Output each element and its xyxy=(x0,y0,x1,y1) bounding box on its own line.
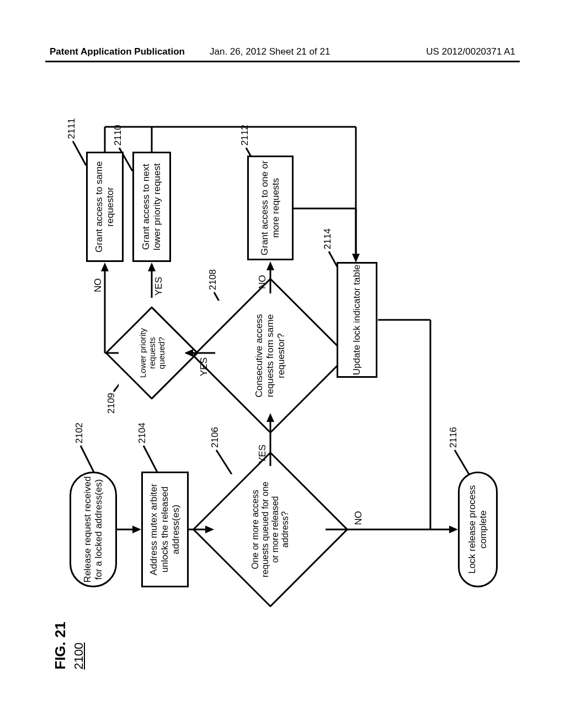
ref-2110: 2110 xyxy=(113,125,124,146)
ref-2108: 2108 xyxy=(207,269,218,290)
path-2109-no: NO xyxy=(93,279,104,293)
ref-2109: 2109 xyxy=(106,393,117,414)
header-left: Patent Application Publication xyxy=(50,46,185,57)
ref-2102: 2102 xyxy=(74,422,85,443)
svg-marker-13 xyxy=(101,263,109,271)
header-rule xyxy=(45,61,520,62)
svg-line-27 xyxy=(81,446,94,472)
ref-2116: 2116 xyxy=(448,427,459,448)
node-2112-text: Grant access to one or more requests xyxy=(259,157,281,259)
node-2110-text: Grant access to next lower priority requ… xyxy=(141,153,163,260)
svg-marker-11 xyxy=(148,263,156,271)
node-2108: Consecutive access requests from same re… xyxy=(215,301,326,411)
node-2109: Lower priority requests queued? xyxy=(119,320,185,386)
node-2108-text: Consecutive access requests from same re… xyxy=(254,301,287,411)
node-2102: Release request received for a locked ad… xyxy=(70,472,117,587)
path-2106-yes: YES xyxy=(257,445,268,463)
svg-line-29 xyxy=(216,450,232,474)
header-right: US 2012/0020371 A1 xyxy=(426,46,515,57)
ref-2106: 2106 xyxy=(210,427,221,448)
node-2111: Grant access to same requestor xyxy=(86,152,124,262)
node-2114: Update lock indicator table xyxy=(337,262,377,378)
svg-line-28 xyxy=(143,446,157,472)
node-2110: Grant access to next lower priority requ… xyxy=(132,152,171,262)
node-2116: Lock release process complete xyxy=(458,472,498,587)
node-2104-text: Address mutex arbiter unlocks the releas… xyxy=(148,473,182,586)
node-2109-text: Lower priority requests queued? xyxy=(138,320,166,386)
ref-2114: 2114 xyxy=(322,228,333,249)
node-2106: One or more access requests queued for o… xyxy=(215,474,326,585)
node-2104: Address mutex arbiter unlocks the releas… xyxy=(141,472,189,587)
node-2112: Grant access to one or more requests xyxy=(247,156,294,260)
svg-marker-26 xyxy=(449,526,458,533)
svg-marker-1 xyxy=(132,526,141,533)
path-2106-no: NO xyxy=(353,511,364,526)
path-2108-yes: YES xyxy=(199,357,210,376)
svg-line-36 xyxy=(455,450,469,474)
path-2109-yes: YES xyxy=(153,277,164,296)
node-2106-text: One or more access requests queued for o… xyxy=(250,474,290,585)
node-2102-text: Release request received for a locked ad… xyxy=(82,473,104,586)
path-2108-no: NO xyxy=(257,275,268,290)
svg-line-33 xyxy=(73,141,86,165)
ref-2104: 2104 xyxy=(137,422,148,443)
node-2111-text: Grant access to same requestor xyxy=(94,153,116,260)
node-2114-text: Update lock indicator table xyxy=(351,265,363,375)
svg-marker-9 xyxy=(266,261,274,270)
header-center: Jan. 26, 2012 Sheet 21 of 21 xyxy=(210,46,330,57)
ref-2112: 2112 xyxy=(239,125,250,146)
ref-2111: 2111 xyxy=(66,118,77,139)
node-2116-text: Lock release process complete xyxy=(467,473,489,586)
